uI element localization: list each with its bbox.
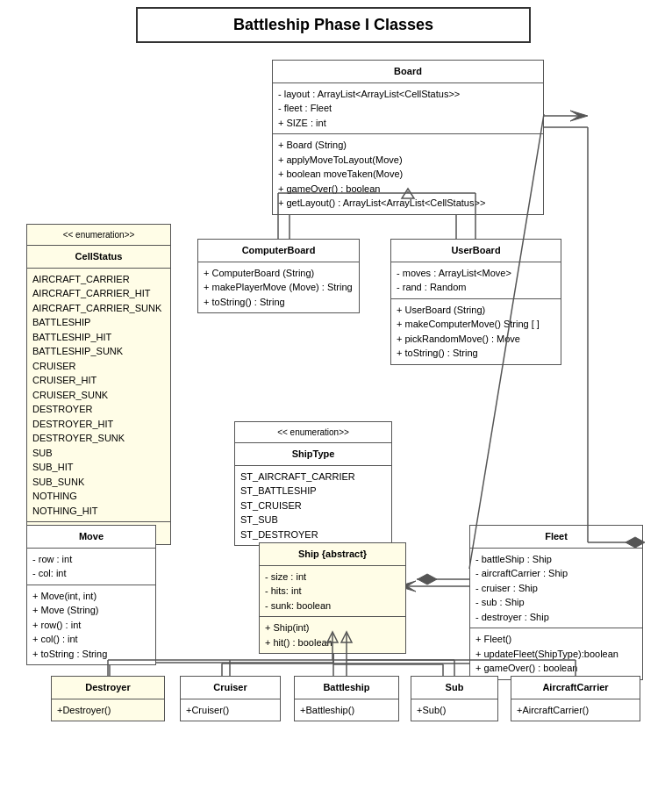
sub-header: Sub [411, 677, 497, 699]
destroyer-methods: +Destroyer() [52, 699, 164, 721]
board-attributes: - layout : ArrayList<ArrayList<CellStatu… [273, 83, 543, 135]
aircraftcarrier-header: AircraftCarrier [511, 677, 640, 699]
userboard-class: UserBoard - moves : ArrayList<Move> - ra… [390, 239, 561, 365]
sub-class: Sub +Sub() [411, 676, 498, 721]
userboard-methods: + UserBoard (String) + makeComputerMove(… [391, 299, 561, 364]
cellstatus-header: CellStatus [27, 246, 170, 269]
diagram-title: Battleship Phase I Classes [136, 7, 531, 43]
userboard-attributes: - moves : ArrayList<Move> - rand : Rando… [391, 262, 561, 299]
computerboard-class: ComputerBoard + ComputerBoard (String) +… [197, 239, 360, 313]
fleet-header: Fleet [470, 526, 642, 549]
shiptype-header: ShipType [235, 443, 391, 466]
destroyer-header: Destroyer [52, 677, 164, 699]
ship-attributes: - size : int - hits: int - sunk: boolean [260, 566, 405, 618]
computerboard-methods: + ComputerBoard (String) + makePlayerMov… [198, 262, 359, 313]
aircraftcarrier-class: AircraftCarrier +AircraftCarrier() [511, 676, 640, 721]
shiptype-stereotype: << enumeration>> [235, 422, 391, 443]
shiptype-values: ST_AIRCRAFT_CARRIER ST_BATTLESHIP ST_CRU… [235, 466, 391, 546]
board-class: Board - layout : ArrayList<ArrayList<Cel… [272, 60, 544, 215]
diagram-container: Battleship Phase I Classes Board - layou… [0, 0, 672, 789]
aircraftcarrier-methods: +AircraftCarrier() [511, 699, 640, 721]
cellstatus-stereotype: << enumeration>> [27, 225, 170, 246]
board-header: Board [273, 61, 543, 83]
svg-marker-35 [418, 574, 437, 585]
cruiser-header: Cruiser [181, 677, 280, 699]
move-class: Move - row : int - col: int + Move(int, … [26, 525, 156, 665]
move-header: Move [27, 526, 155, 549]
cellstatus-class: << enumeration>> CellStatus AIRCRAFT_CAR… [26, 224, 171, 545]
computerboard-header: ComputerBoard [198, 240, 359, 262]
fleet-attributes: - battleShip : Ship - aircraftCarrier : … [470, 549, 642, 629]
move-attributes: - row : int - col: int [27, 549, 155, 585]
ship-header: Ship {abstract} [260, 543, 405, 566]
cruiser-methods: +Cruiser() [181, 699, 280, 721]
battleship-class: Battleship +Battleship() [294, 676, 399, 721]
cruiser-class: Cruiser +Cruiser() [180, 676, 281, 721]
fleet-methods: + Fleet() + updateFleet(ShipType):boolea… [470, 628, 642, 679]
battleship-methods: +Battleship() [295, 699, 398, 721]
svg-marker-7 [570, 111, 588, 121]
fleet-class: Fleet - battleShip : Ship - aircraftCarr… [469, 525, 643, 680]
shiptype-class: << enumeration>> ShipType ST_AIRCRAFT_CA… [234, 421, 392, 546]
userboard-header: UserBoard [391, 240, 561, 262]
battleship-header: Battleship [295, 677, 398, 699]
cellstatus-values: AIRCRAFT_CARRIER AIRCRAFT_CARRIER_HIT AI… [27, 269, 170, 523]
move-methods: + Move(int, int) + Move (String) + row()… [27, 585, 155, 665]
sub-methods: +Sub() [411, 699, 497, 721]
board-methods: + Board (String) + applyMoveToLayout(Mov… [273, 134, 543, 214]
ship-methods: + Ship(int) + hit() : boolean [260, 617, 405, 653]
ship-class: Ship {abstract} - size : int - hits: int… [259, 542, 406, 654]
destroyer-class: Destroyer +Destroyer() [51, 676, 165, 721]
